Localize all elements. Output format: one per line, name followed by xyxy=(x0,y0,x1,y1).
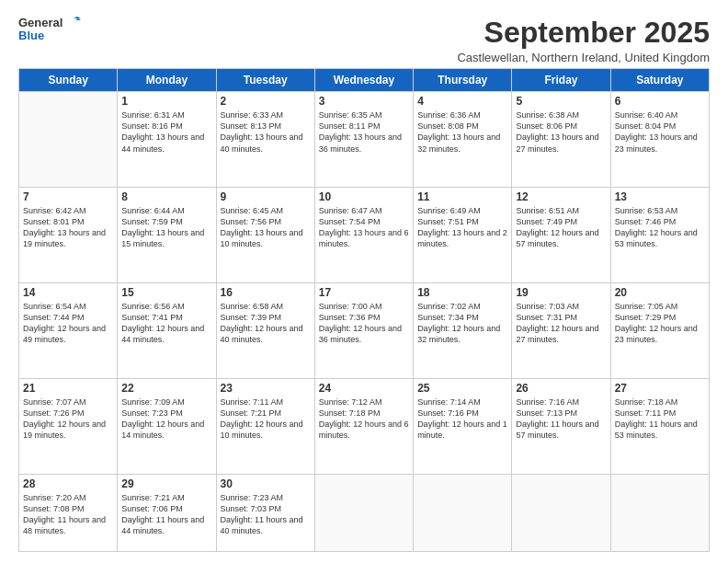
day-detail: Sunrise: 7:03 AM Sunset: 7:31 PM Dayligh… xyxy=(516,301,606,346)
logo: General Blue xyxy=(18,17,81,43)
day-number: 12 xyxy=(516,190,606,203)
day-number: 18 xyxy=(417,286,507,299)
day-detail: Sunrise: 6:33 AM Sunset: 8:13 PM Dayligh… xyxy=(221,109,311,155)
table-row: 5Sunrise: 6:38 AM Sunset: 8:06 PM Daylig… xyxy=(512,92,610,188)
table-row: 27Sunrise: 7:18 AM Sunset: 7:11 PM Dayli… xyxy=(610,378,709,474)
table-row: 15Sunrise: 6:56 AM Sunset: 7:41 PM Dayli… xyxy=(118,282,216,378)
col-friday: Friday xyxy=(512,69,610,92)
table-row: 1Sunrise: 6:31 AM Sunset: 8:16 PM Daylig… xyxy=(118,92,216,188)
day-detail: Sunrise: 6:53 AM Sunset: 7:46 PM Dayligh… xyxy=(615,205,705,250)
day-number: 27 xyxy=(615,382,705,395)
table-row: 18Sunrise: 7:02 AM Sunset: 7:34 PM Dayli… xyxy=(414,282,512,378)
day-detail: Sunrise: 6:58 AM Sunset: 7:39 PM Dayligh… xyxy=(221,301,311,346)
day-detail: Sunrise: 6:44 AM Sunset: 7:59 PM Dayligh… xyxy=(121,205,211,250)
day-number: 6 xyxy=(615,95,705,108)
day-number: 16 xyxy=(221,286,311,299)
col-thursday: Thursday xyxy=(414,69,512,92)
header: General Blue September 2025 Castlewellan… xyxy=(18,17,710,64)
day-detail: Sunrise: 7:16 AM Sunset: 7:13 PM Dayligh… xyxy=(516,396,606,442)
day-number: 2 xyxy=(221,95,311,108)
table-row: 16Sunrise: 6:58 AM Sunset: 7:39 PM Dayli… xyxy=(216,282,314,378)
day-number: 22 xyxy=(121,382,211,395)
day-number: 26 xyxy=(516,382,606,395)
table-row: 13Sunrise: 6:53 AM Sunset: 7:46 PM Dayli… xyxy=(610,188,709,283)
day-number: 15 xyxy=(121,286,211,299)
svg-marker-0 xyxy=(74,17,81,18)
table-row xyxy=(610,474,709,552)
table-row xyxy=(512,474,610,552)
table-row: 24Sunrise: 7:12 AM Sunset: 7:18 PM Dayli… xyxy=(314,378,413,474)
day-number: 17 xyxy=(319,286,409,299)
table-row: 10Sunrise: 6:47 AM Sunset: 7:54 PM Dayli… xyxy=(314,188,413,283)
table-row: 20Sunrise: 7:05 AM Sunset: 7:29 PM Dayli… xyxy=(610,282,709,378)
day-number: 13 xyxy=(615,190,705,203)
table-row: 8Sunrise: 6:44 AM Sunset: 7:59 PM Daylig… xyxy=(118,188,216,283)
day-detail: Sunrise: 7:05 AM Sunset: 7:29 PM Dayligh… xyxy=(615,301,705,346)
calendar: Sunday Monday Tuesday Wednesday Thursday… xyxy=(18,68,710,552)
day-detail: Sunrise: 6:36 AM Sunset: 8:08 PM Dayligh… xyxy=(417,109,507,155)
day-number: 25 xyxy=(417,382,507,395)
table-row: 7Sunrise: 6:42 AM Sunset: 8:01 PM Daylig… xyxy=(19,188,118,283)
page: General Blue September 2025 Castlewellan… xyxy=(0,0,728,563)
day-detail: Sunrise: 7:20 AM Sunset: 7:08 PM Dayligh… xyxy=(23,492,113,537)
logo-text-general: General xyxy=(18,17,63,29)
day-detail: Sunrise: 7:00 AM Sunset: 7:36 PM Dayligh… xyxy=(319,301,409,346)
day-number: 7 xyxy=(23,190,113,203)
logo-text-blue: Blue xyxy=(18,29,81,42)
month-title: September 2025 xyxy=(457,17,710,49)
day-detail: Sunrise: 7:07 AM Sunset: 7:26 PM Dayligh… xyxy=(23,396,113,442)
day-detail: Sunrise: 6:49 AM Sunset: 7:51 PM Dayligh… xyxy=(417,205,507,250)
day-detail: Sunrise: 7:21 AM Sunset: 7:06 PM Dayligh… xyxy=(121,492,211,537)
table-row: 6Sunrise: 6:40 AM Sunset: 8:04 PM Daylig… xyxy=(610,92,709,188)
day-number: 19 xyxy=(516,286,606,299)
day-detail: Sunrise: 7:23 AM Sunset: 7:03 PM Dayligh… xyxy=(221,492,311,537)
day-number: 5 xyxy=(516,95,606,108)
day-detail: Sunrise: 7:18 AM Sunset: 7:11 PM Dayligh… xyxy=(615,396,705,442)
day-number: 9 xyxy=(221,190,311,203)
day-detail: Sunrise: 6:40 AM Sunset: 8:04 PM Dayligh… xyxy=(615,109,705,155)
day-detail: Sunrise: 7:11 AM Sunset: 7:21 PM Dayligh… xyxy=(221,396,311,442)
day-detail: Sunrise: 7:12 AM Sunset: 7:18 PM Dayligh… xyxy=(319,396,409,442)
day-number: 23 xyxy=(221,382,311,395)
day-number: 21 xyxy=(23,382,113,395)
table-row: 2Sunrise: 6:33 AM Sunset: 8:13 PM Daylig… xyxy=(216,92,314,188)
day-number: 3 xyxy=(319,95,409,108)
calendar-header-row: Sunday Monday Tuesday Wednesday Thursday… xyxy=(19,69,710,92)
col-tuesday: Tuesday xyxy=(216,69,314,92)
svg-marker-1 xyxy=(75,18,81,20)
table-row: 17Sunrise: 7:00 AM Sunset: 7:36 PM Dayli… xyxy=(314,282,413,378)
table-row: 11Sunrise: 6:49 AM Sunset: 7:51 PM Dayli… xyxy=(414,188,512,283)
day-detail: Sunrise: 6:51 AM Sunset: 7:49 PM Dayligh… xyxy=(516,205,606,250)
table-row: 26Sunrise: 7:16 AM Sunset: 7:13 PM Dayli… xyxy=(512,378,610,474)
day-detail: Sunrise: 6:35 AM Sunset: 8:11 PM Dayligh… xyxy=(319,109,409,155)
table-row: 29Sunrise: 7:21 AM Sunset: 7:06 PM Dayli… xyxy=(118,474,216,552)
day-number: 29 xyxy=(121,477,211,490)
day-number: 10 xyxy=(319,190,409,203)
day-detail: Sunrise: 7:14 AM Sunset: 7:16 PM Dayligh… xyxy=(417,396,507,442)
table-row: 22Sunrise: 7:09 AM Sunset: 7:23 PM Dayli… xyxy=(118,378,216,474)
table-row: 4Sunrise: 6:36 AM Sunset: 8:08 PM Daylig… xyxy=(414,92,512,188)
day-detail: Sunrise: 6:56 AM Sunset: 7:41 PM Dayligh… xyxy=(121,301,211,346)
table-row xyxy=(19,92,118,188)
day-detail: Sunrise: 6:31 AM Sunset: 8:16 PM Dayligh… xyxy=(121,109,211,155)
day-detail: Sunrise: 6:45 AM Sunset: 7:56 PM Dayligh… xyxy=(221,205,311,250)
table-row: 9Sunrise: 6:45 AM Sunset: 7:56 PM Daylig… xyxy=(216,188,314,283)
table-row: 30Sunrise: 7:23 AM Sunset: 7:03 PM Dayli… xyxy=(216,474,314,552)
table-row: 3Sunrise: 6:35 AM Sunset: 8:11 PM Daylig… xyxy=(314,92,413,188)
table-row: 25Sunrise: 7:14 AM Sunset: 7:16 PM Dayli… xyxy=(414,378,512,474)
table-row xyxy=(414,474,512,552)
day-number: 1 xyxy=(121,95,211,108)
table-row: 19Sunrise: 7:03 AM Sunset: 7:31 PM Dayli… xyxy=(512,282,610,378)
col-monday: Monday xyxy=(118,69,216,92)
day-detail: Sunrise: 6:54 AM Sunset: 7:44 PM Dayligh… xyxy=(23,301,113,346)
day-number: 4 xyxy=(417,95,507,108)
calendar-body: 1Sunrise: 6:31 AM Sunset: 8:16 PM Daylig… xyxy=(19,92,710,552)
day-number: 28 xyxy=(23,477,113,490)
day-detail: Sunrise: 7:09 AM Sunset: 7:23 PM Dayligh… xyxy=(121,396,211,442)
day-number: 24 xyxy=(319,382,409,395)
table-row: 12Sunrise: 6:51 AM Sunset: 7:49 PM Dayli… xyxy=(512,188,610,283)
table-row: 21Sunrise: 7:07 AM Sunset: 7:26 PM Dayli… xyxy=(19,378,118,474)
day-number: 8 xyxy=(121,190,211,203)
day-number: 30 xyxy=(221,477,311,490)
table-row: 28Sunrise: 7:20 AM Sunset: 7:08 PM Dayli… xyxy=(19,474,118,552)
